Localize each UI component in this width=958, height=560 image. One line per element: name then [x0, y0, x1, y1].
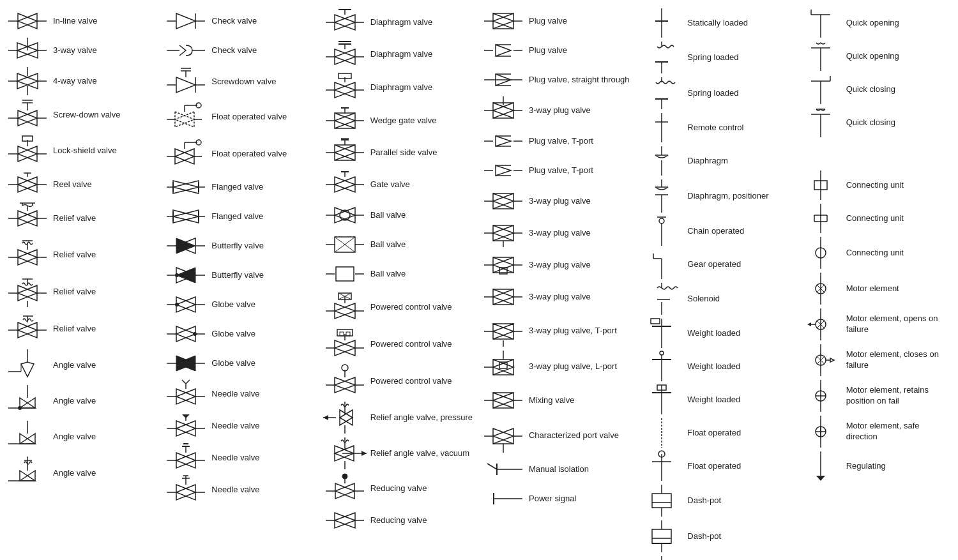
svg-marker-135: [176, 326, 195, 342]
svg-marker-157: [176, 453, 195, 468]
svg-line-148: [182, 380, 186, 384]
spring-loaded-1-item: Spring loaded: [637, 40, 796, 75]
char-port-valve-label: Characterized port valve: [525, 430, 635, 441]
flanged-valve-1-label: Flanged valve: [208, 182, 317, 193]
svg-marker-154: [182, 414, 190, 418]
char-port-valve-symbol: [482, 418, 525, 453]
mixing-valve-label: Mixing valve: [525, 395, 635, 406]
svg-marker-126: [176, 268, 195, 283]
ball-valve-3-label: Ball valve: [367, 269, 476, 280]
screwdown-valve-label: Screw-down valve: [49, 110, 159, 121]
float-operated-a-label: Float operated: [683, 428, 793, 439]
svg-marker-46: [18, 250, 37, 265]
relief-valve-2-label: Relief valve: [49, 250, 159, 261]
connecting-unit-2-label: Connecting unit: [842, 213, 952, 224]
weight-loaded-3-item: Weight loaded: [637, 383, 796, 416]
svg-marker-271: [493, 13, 513, 29]
svg-marker-111: [173, 181, 199, 193]
diaphragm-valve-2-item: Diaphragm valve: [321, 38, 479, 70]
svg-marker-208: [335, 177, 355, 192]
chain-operated-label: Chain operated: [683, 226, 793, 237]
svg-rect-406: [652, 494, 671, 508]
statically-loaded-item: Statically loaded: [637, 6, 796, 40]
ball-valve-2-symbol: [323, 232, 367, 257]
globe-valve-1-label: Globe valve: [208, 299, 317, 310]
dash-pot-2-item: Dash-pot: [637, 518, 796, 554]
piston-item: Piston: [637, 554, 796, 560]
svg-marker-300: [496, 165, 511, 176]
remote-control-symbol: [640, 113, 683, 142]
gear-operated-symbol: [640, 250, 683, 279]
svg-marker-306: [493, 193, 513, 209]
remote-control-label: Remote control: [683, 123, 793, 133]
angle-valve-1-item: Angle valve: [3, 347, 162, 383]
ball-valve-1-item: Ball valve: [321, 201, 479, 230]
svg-marker-345: [493, 393, 513, 408]
plug-valve-tport-2-symbol: [482, 159, 525, 182]
svg-line-147: [186, 380, 190, 384]
svg-marker-236: [335, 340, 355, 356]
plug-valve-1-label: Plug valve: [525, 16, 635, 27]
svg-marker-3: [18, 13, 37, 29]
power-signal-symbol: [482, 487, 525, 511]
powered-control-2-item: Powered control valve: [321, 326, 479, 363]
relief-valve-4-symbol: [6, 312, 49, 345]
svg-marker-19: [18, 110, 37, 126]
needle-valve-1-symbol: [164, 380, 208, 408]
needle-valve-3-symbol: [164, 444, 208, 472]
motor-element-opens-label: Motor element, opens on failure: [842, 314, 952, 335]
svg-marker-277: [496, 45, 511, 56]
svg-marker-45: [18, 250, 37, 265]
svg-marker-131: [176, 297, 195, 312]
gate-valve-label: Gate valve: [367, 179, 476, 190]
svg-marker-312: [493, 225, 513, 241]
reel-valve-item: Reel valve: [3, 169, 162, 201]
4way-valve-symbol: [6, 67, 49, 95]
manual-isolation-symbol: [482, 457, 525, 481]
svg-marker-95: [175, 112, 194, 127]
svg-marker-96: [175, 112, 194, 127]
reducing-valve-2-symbol: [323, 508, 367, 533]
solenoid-label: Solenoid: [683, 294, 793, 305]
globe-valve-1-symbol: [164, 293, 208, 316]
power-signal-item: Power signal: [479, 484, 637, 513]
svg-rect-239: [340, 332, 344, 336]
svg-marker-145: [176, 389, 195, 404]
ball-valve-2-item: Ball valve: [321, 230, 479, 259]
4way-valve-item: 4-way valve: [3, 65, 162, 97]
inline-valve-symbol: [6, 10, 49, 33]
motor-element-closes-label: Motor element, closes on failure: [842, 349, 952, 371]
lockshield-valve-item: Lock-shield valve: [3, 133, 162, 169]
svg-marker-319: [493, 257, 513, 273]
svg-marker-209: [335, 177, 355, 192]
plug-valve-tport-2-label: Plug valve, T-port: [525, 165, 635, 176]
regulating-symbol: [799, 451, 842, 481]
svg-marker-25: [18, 146, 37, 162]
weight-loaded-1-item: Weight loaded: [637, 317, 796, 350]
float-operated-a-item: Float operated: [637, 416, 796, 450]
remote-control-item: Remote control: [637, 111, 796, 144]
diaphragm-item: Diaphragm: [637, 144, 796, 178]
powered-control-3-label: Powered control valve: [367, 376, 476, 387]
column-3: Diaphragm valve Diaphragm valve: [321, 6, 479, 560]
3way-plug-3-symbol: [482, 219, 525, 247]
connecting-unit-1-item: Connecting unit: [796, 169, 955, 202]
ball-valve-1-symbol: [323, 203, 367, 227]
gate-valve-item: Gate valve: [321, 169, 479, 201]
spring-loaded-2-label: Spring loaded: [683, 88, 793, 99]
weight-loaded-2-item: Weight loaded: [637, 350, 796, 383]
quick-opening-2-symbol: [799, 42, 842, 71]
flanged-valve-1-item: Flanged valve: [162, 172, 320, 202]
diaphragm-valve-2-label: Diaphragm valve: [367, 49, 476, 60]
svg-marker-228: [335, 303, 355, 319]
check-valve-1-symbol: [164, 10, 208, 33]
weight-loaded-2-symbol: [640, 352, 683, 381]
diaphragm-positioner-item: Diaphragm, positioner: [637, 178, 796, 215]
butterfly-valve-1-symbol: [164, 234, 208, 257]
plug-valve-tport-2-item: Plug valve, T-port: [479, 156, 637, 185]
svg-marker-250: [340, 410, 353, 425]
check-valve-2-symbol: [164, 39, 208, 62]
svg-marker-32: [18, 177, 37, 192]
connecting-unit-2-symbol: [799, 204, 842, 233]
check-valve-1-item: Check valve: [162, 6, 320, 36]
